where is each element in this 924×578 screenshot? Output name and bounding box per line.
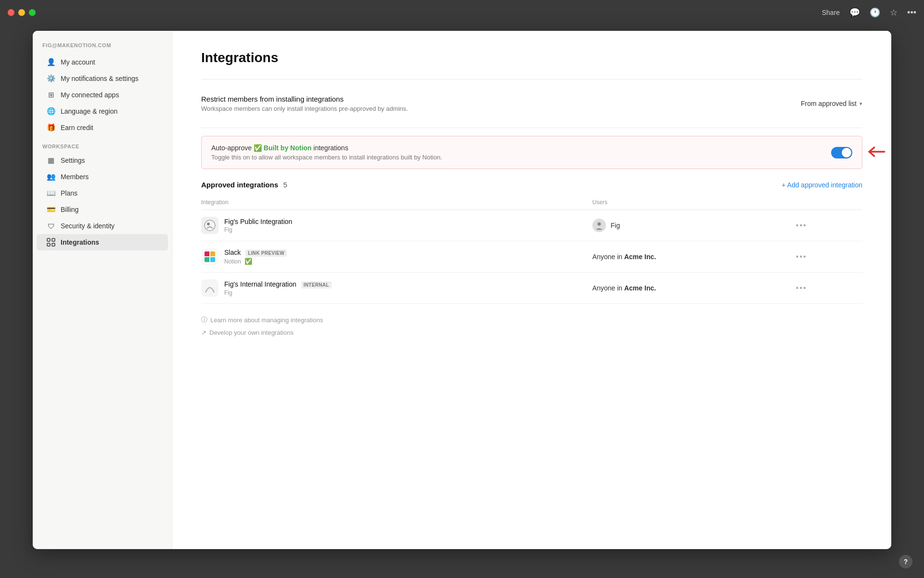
integration-logo-figs-internal (201, 279, 218, 297)
sidebar-item-label: Integrations (61, 238, 99, 246)
sidebar-item-connected-apps[interactable]: ⊞ My connected apps (37, 87, 168, 103)
integration-cell: Slack LINK PREVIEW Notion ✅ (201, 241, 592, 273)
sidebar-item-integrations[interactable]: Integrations (37, 234, 168, 250)
col-actions (792, 195, 862, 210)
sidebar-item-settings[interactable]: ▦ Settings (37, 152, 168, 169)
grid-icon: ▦ (46, 156, 56, 165)
auto-approve-box: Auto-approve ✅ Built by Notion integrati… (201, 136, 862, 169)
restrict-text: Restrict members from installing integra… (201, 95, 408, 112)
sidebar-item-label: Language & region (61, 107, 117, 115)
integration-info: Fig's Public Integration Fig (224, 218, 292, 233)
internal-badge: INTERNAL (301, 281, 332, 289)
titlebar: Share 💬 🕐 ☆ ••• (0, 0, 924, 25)
table-header: Integration Users (201, 195, 862, 210)
slack-q2 (210, 251, 215, 256)
info-icon: ⓘ (201, 315, 207, 324)
sidebar-item-earn-credit[interactable]: 🎁 Earn credit (37, 119, 168, 136)
minimize-button[interactable] (18, 9, 25, 16)
develop-label: Develop your own integrations (209, 329, 294, 336)
learn-more-label: Learn more about managing integrations (210, 316, 323, 324)
integration-cell-inner: Slack LINK PREVIEW Notion ✅ (201, 248, 587, 265)
learn-more-link[interactable]: ⓘ Learn more about managing integrations (201, 315, 862, 324)
restrict-description: Workspace members can only install integ… (201, 105, 408, 112)
slack-q4 (210, 257, 215, 262)
svg-rect-2 (47, 243, 50, 246)
gift-icon: 🎁 (46, 123, 56, 132)
sidebar-item-billing[interactable]: 💳 Billing (37, 201, 168, 218)
close-button[interactable] (8, 9, 14, 16)
sidebar-item-label: Earn credit (61, 124, 93, 131)
chat-icon[interactable]: 💬 (849, 7, 860, 18)
integration-logo-slack (201, 248, 218, 265)
account-icon: 👤 (46, 57, 56, 67)
approved-integrations-count: 5 (283, 181, 287, 189)
page-title: Integrations (201, 50, 862, 66)
slack-q3 (205, 257, 209, 262)
users-cell: Fig (592, 210, 792, 241)
integration-sub: Fig (224, 226, 292, 233)
history-icon[interactable]: 🕐 (870, 7, 880, 18)
more-options-button[interactable]: ••• (792, 282, 811, 294)
col-users: Users (592, 195, 792, 210)
add-approved-integration-button[interactable]: + Add approved integration (782, 181, 862, 189)
table-body: Fig's Public Integration Fig (201, 210, 862, 304)
sidebar: FIG@MAKENOTION.COM 👤 My account ⚙️ My no… (33, 31, 172, 549)
sidebar-item-members[interactable]: 👥 Members (37, 169, 168, 185)
develop-link[interactable]: ↗ Develop your own integrations (201, 329, 862, 336)
sidebar-item-label: Billing (61, 206, 78, 213)
svg-rect-1 (52, 238, 55, 241)
star-icon[interactable]: ☆ (890, 7, 898, 18)
shield-icon: 🛡 (46, 221, 56, 231)
sidebar-item-label: Security & identity (61, 222, 115, 230)
integration-sub: Fig (224, 289, 332, 296)
users-text: Anyone in Acme Inc. (592, 284, 656, 292)
members-icon: 👥 (46, 172, 56, 182)
integration-name: Fig's Internal Integration INTERNAL (224, 280, 332, 289)
more-options-button[interactable]: ••• (792, 219, 811, 232)
toggle-thumb (842, 148, 851, 158)
table-row: Slack LINK PREVIEW Notion ✅ Anyon (201, 241, 862, 273)
sidebar-item-label: My account (61, 58, 95, 66)
restrict-title: Restrict members from installing integra… (201, 95, 408, 103)
approved-integrations-title-group: Approved integrations 5 (201, 181, 287, 189)
integration-info: Slack LINK PREVIEW Notion ✅ (224, 249, 287, 265)
sidebar-item-security[interactable]: 🛡 Security & identity (37, 218, 168, 234)
more-options-button[interactable]: ••• (792, 250, 811, 263)
share-button[interactable]: Share (822, 9, 840, 16)
sidebar-email: FIG@MAKENOTION.COM (33, 42, 172, 54)
footer-links: ⓘ Learn more about managing integrations… (201, 315, 862, 336)
sidebar-item-plans[interactable]: 📖 Plans (37, 185, 168, 201)
sidebar-item-notifications[interactable]: ⚙️ My notifications & settings (37, 70, 168, 87)
integration-sub: Notion ✅ (224, 258, 287, 265)
sidebar-item-label: Members (61, 173, 89, 181)
sidebar-item-label: My connected apps (61, 91, 119, 99)
integration-logo-figs-public (201, 217, 218, 234)
integrations-icon (46, 237, 56, 247)
approved-list-dropdown[interactable]: From approved list ▾ (801, 100, 862, 107)
help-button[interactable]: ? (899, 555, 912, 568)
arrow-indicator (866, 145, 887, 160)
globe-icon: 🌐 (46, 106, 56, 116)
maximize-button[interactable] (29, 9, 36, 16)
actions-cell: ••• (792, 210, 862, 241)
apps-icon: ⊞ (46, 90, 56, 100)
avatar (592, 219, 606, 232)
integration-name: Fig's Public Integration (224, 218, 292, 225)
col-integration: Integration (201, 195, 592, 210)
approved-integrations-title: Approved integrations (201, 181, 278, 189)
dropdown-label: From approved list (801, 100, 857, 107)
integration-cell-inner: Fig's Internal Integration INTERNAL Fig (201, 279, 587, 297)
divider-restrict (201, 128, 862, 128)
auto-approve-toggle[interactable] (831, 147, 852, 158)
divider-top (201, 79, 862, 79)
sidebar-item-my-account[interactable]: 👤 My account (37, 54, 168, 70)
titlebar-actions: Share 💬 🕐 ☆ ••• (822, 7, 916, 18)
auto-approve-description: Toggle this on to allow all workspace me… (211, 154, 442, 161)
notion-verified-icon: ✅ (244, 258, 252, 265)
built-by-notion-label: Built by Notion (264, 144, 312, 152)
users-text: Fig (611, 222, 620, 229)
sidebar-item-language[interactable]: 🌐 Language & region (37, 103, 168, 119)
auto-approve-text: Auto-approve ✅ Built by Notion integrati… (211, 144, 442, 152)
more-icon[interactable]: ••• (907, 8, 916, 18)
svg-rect-3 (52, 243, 55, 246)
